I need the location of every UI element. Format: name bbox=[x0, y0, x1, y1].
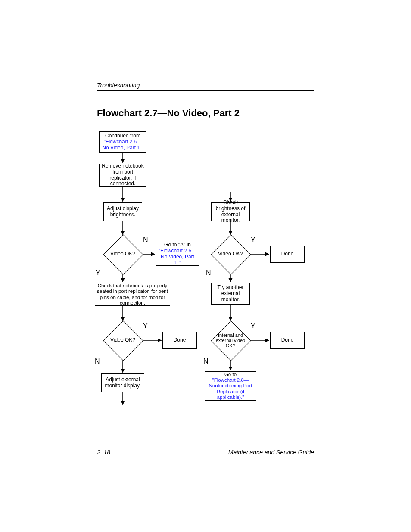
node-check-external-brightness: Check brightness of external monitor. bbox=[211, 202, 250, 221]
node-check-seated: Check that notebook is properly seated i… bbox=[95, 283, 170, 306]
text: Adjust external monitor display. bbox=[103, 377, 142, 389]
footer-rule bbox=[97, 446, 314, 446]
page-header: Troubleshooting bbox=[97, 82, 314, 91]
text: Check that notebook is properly seated i… bbox=[97, 283, 168, 306]
node-goto-a: Go to "A" in "Flowchart 2.6—No Video, Pa… bbox=[156, 243, 199, 266]
text: Internal and external video OK? bbox=[211, 321, 250, 360]
link-flowchart-2-6-a[interactable]: "Flowchart 2.6—No Video, Part 1." bbox=[158, 248, 197, 266]
node-done-3: Done bbox=[270, 332, 305, 349]
node-try-another-monitor: Try another external monitor. bbox=[211, 283, 250, 305]
flowchart: Continued from "Flowchart 2.6—No Video, … bbox=[95, 129, 314, 422]
text: Go to bbox=[224, 372, 237, 377]
section-label: Troubleshooting bbox=[97, 82, 314, 90]
node-remove-notebook: Remove notebook from port replicator, if… bbox=[99, 164, 146, 187]
header-rule bbox=[97, 90, 314, 91]
text: Video OK? bbox=[211, 235, 250, 274]
text: Continued from bbox=[105, 133, 140, 139]
label-n: N bbox=[143, 236, 148, 244]
label-n: N bbox=[203, 358, 209, 365]
decision-video-ok-2: Video OK? bbox=[211, 235, 250, 274]
node-done-1: Done bbox=[270, 246, 305, 263]
label-y: Y bbox=[143, 322, 148, 330]
text: Try another external monitor. bbox=[213, 285, 248, 302]
text: Go to "A" in bbox=[164, 242, 191, 248]
document-page: Troubleshooting Flowchart 2.7—No Video, … bbox=[0, 0, 411, 532]
text: Check brightness of external monitor. bbox=[213, 200, 248, 224]
label-n: N bbox=[95, 358, 100, 365]
page-number: 2–18 bbox=[97, 449, 110, 456]
node-adjust-brightness: Adjust display brightness. bbox=[103, 202, 142, 221]
label-n: N bbox=[206, 269, 211, 277]
node-continued-from: Continued from "Flowchart 2.6—No Video, … bbox=[99, 131, 146, 153]
text: Remove notebook from port replicator, if… bbox=[101, 163, 144, 187]
text: Done bbox=[281, 337, 294, 343]
text: Video OK? bbox=[103, 235, 142, 274]
node-adjust-external: Adjust external monitor display. bbox=[101, 373, 144, 392]
label-y: Y bbox=[96, 269, 100, 277]
decision-video-ok-1: Video OK? bbox=[103, 235, 142, 274]
text: Adjust display brightness. bbox=[106, 206, 140, 218]
page-footer: 2–18 Maintenance and Service Guide bbox=[97, 446, 314, 456]
decision-video-ok-3: Video OK? bbox=[103, 321, 142, 360]
text: Done bbox=[281, 251, 294, 257]
page-title: Flowchart 2.7—No Video, Part 2 bbox=[97, 108, 240, 119]
node-done-2: Done bbox=[162, 332, 197, 349]
text: Video OK? bbox=[103, 321, 142, 360]
link-flowchart-2-6[interactable]: "Flowchart 2.6—No Video, Part 1." bbox=[101, 139, 144, 151]
book-title: Maintenance and Service Guide bbox=[228, 449, 314, 456]
label-y: Y bbox=[251, 322, 255, 330]
node-goto-2-8: Go to "Flowchart 2.8—Nonfunctioning Port… bbox=[205, 371, 256, 401]
decision-internal-external-ok: Internal and external video OK? bbox=[211, 321, 250, 360]
link-flowchart-2-8[interactable]: "Flowchart 2.8—Nonfunctioning Port Repli… bbox=[207, 377, 254, 400]
label-y: Y bbox=[251, 236, 255, 244]
text: Done bbox=[174, 337, 186, 343]
